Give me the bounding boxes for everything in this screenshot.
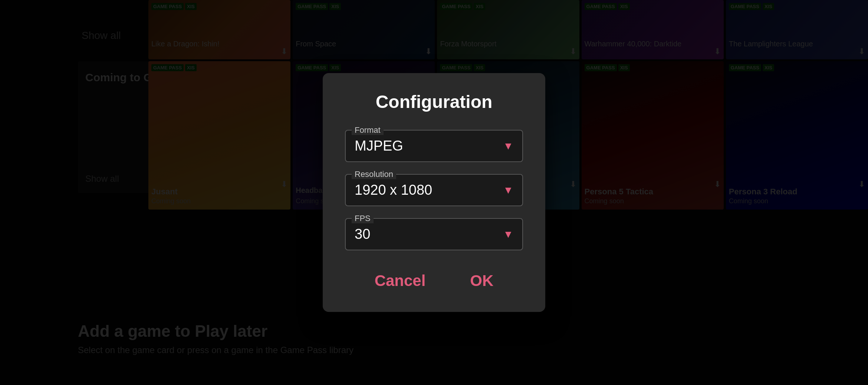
dialog-title: Configuration xyxy=(345,92,523,112)
resolution-value: 1920 x 1080 xyxy=(355,182,432,198)
format-field-group: Format MJPEG ▼ xyxy=(345,130,523,162)
fps-select[interactable]: FPS 30 ▼ xyxy=(345,218,523,250)
resolution-label: Resolution xyxy=(352,170,396,179)
fps-dropdown-arrow: ▼ xyxy=(503,228,513,240)
fps-label: FPS xyxy=(352,214,374,223)
modal-overlay: Configuration Format MJPEG ▼ Resolution … xyxy=(0,0,868,385)
resolution-dropdown-arrow: ▼ xyxy=(503,184,513,196)
cancel-button[interactable]: Cancel xyxy=(367,268,433,293)
format-dropdown-arrow: ▼ xyxy=(503,140,513,152)
fps-value: 30 xyxy=(355,226,370,242)
format-select[interactable]: Format MJPEG ▼ xyxy=(345,130,523,162)
ok-button[interactable]: OK xyxy=(463,268,501,293)
format-label: Format xyxy=(352,125,384,135)
format-value: MJPEG xyxy=(355,138,403,154)
resolution-select[interactable]: Resolution 1920 x 1080 ▼ xyxy=(345,174,523,206)
resolution-field-group: Resolution 1920 x 1080 ▼ xyxy=(345,174,523,206)
dialog-actions: Cancel OK xyxy=(345,268,523,293)
configuration-dialog: Configuration Format MJPEG ▼ Resolution … xyxy=(323,73,545,312)
fps-field-group: FPS 30 ▼ xyxy=(345,218,523,250)
